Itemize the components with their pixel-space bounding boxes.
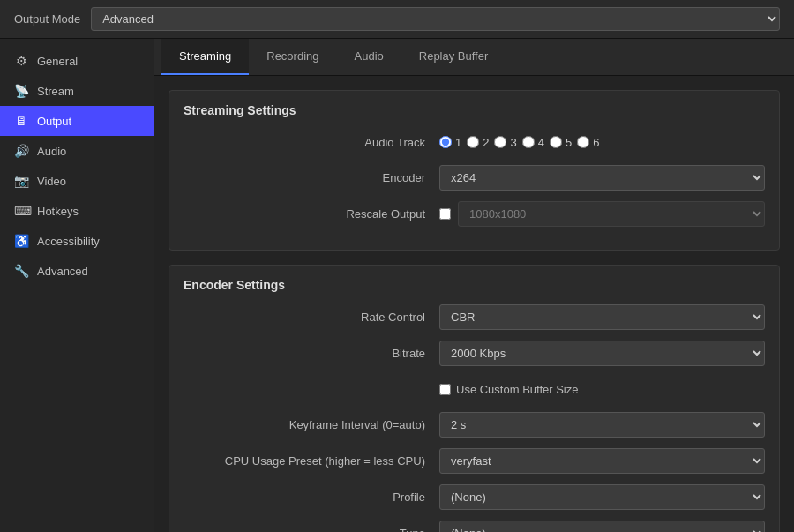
audio-track-1[interactable]: 1: [439, 136, 461, 149]
bitrate-label: Bitrate: [184, 347, 439, 360]
streaming-settings-title: Streaming Settings: [184, 103, 765, 117]
audio-track-6[interactable]: 6: [577, 136, 599, 149]
rate-control-label: Rate Control: [184, 311, 439, 324]
rescale-output-select[interactable]: 1080x1080 1920x1080 1280x720: [458, 201, 765, 227]
encoder-settings-section: Encoder Settings Rate Control CBR VBR AB…: [169, 265, 780, 532]
sidebar-label-stream: Stream: [37, 85, 74, 98]
keyframe-label: Keyframe Interval (0=auto): [184, 418, 439, 431]
profile-select[interactable]: (None) baseline main high: [439, 484, 765, 510]
encoder-control: x264 NVENC H.264 QuickSync H.264: [439, 165, 765, 191]
sidebar-item-hotkeys[interactable]: ⌨ Hotkeys: [0, 196, 154, 226]
encoder-label: Encoder: [184, 171, 439, 184]
tab-audio[interactable]: Audio: [337, 39, 401, 75]
sidebar-label-general: General: [37, 55, 78, 68]
rate-control-row: Rate Control CBR VBR ABR CRF CQP: [184, 304, 765, 330]
keyframe-select[interactable]: 0 1 s 2 s 3 s 4 s 5 s: [439, 412, 765, 438]
tune-row: Tune (None) film animation grain stillim…: [184, 521, 765, 532]
cpu-preset-label: CPU Usage Preset (higher = less CPU): [184, 454, 439, 468]
custom-buffer-checkbox-label[interactable]: Use Custom Buffer Size: [439, 383, 765, 396]
audio-track-label: Audio Track: [184, 136, 439, 149]
streaming-settings-section: Streaming Settings Audio Track 1 2 3: [169, 90, 780, 251]
custom-buffer-checkbox[interactable]: [439, 384, 451, 395]
keyframe-control: 0 1 s 2 s 3 s 4 s 5 s: [439, 412, 765, 438]
audio-track-controls: 1 2 3 4 5: [439, 136, 765, 149]
audio-track-5[interactable]: 5: [550, 136, 572, 149]
sidebar-label-hotkeys: Hotkeys: [37, 205, 79, 218]
rate-control-control: CBR VBR ABR CRF CQP: [439, 304, 765, 330]
audio-icon: 🔊: [14, 144, 28, 158]
audio-track-row: Audio Track 1 2 3 4: [184, 130, 765, 154]
wrench-icon: 🔧: [14, 264, 28, 278]
tune-control: (None) film animation grain stillimage f…: [439, 521, 765, 532]
sidebar-item-output[interactable]: 🖥 Output: [0, 106, 154, 136]
top-bar: Output Mode Advanced Simple: [0, 0, 794, 39]
sidebar-item-general[interactable]: ⚙ General: [0, 46, 154, 76]
tab-replay-buffer[interactable]: Replay Buffer: [401, 39, 506, 75]
tab-recording[interactable]: Recording: [249, 39, 336, 75]
encoder-select[interactable]: x264 NVENC H.264 QuickSync H.264: [439, 165, 765, 191]
audio-track-2[interactable]: 2: [467, 136, 489, 149]
sidebar-label-advanced: Advanced: [37, 265, 88, 278]
sidebar-label-video: Video: [37, 175, 66, 188]
rescale-output-checkbox[interactable]: [439, 208, 451, 220]
profile-label: Profile: [184, 491, 439, 504]
encoder-settings-title: Encoder Settings: [184, 278, 765, 292]
custom-buffer-row: Use Custom Buffer Size: [184, 377, 765, 401]
profile-control: (None) baseline main high: [439, 484, 765, 510]
video-icon: 📷: [14, 174, 28, 188]
sidebar-label-accessibility: Accessibility: [37, 235, 100, 248]
sidebar-label-audio: Audio: [37, 145, 66, 158]
rescale-output-label: Rescale Output: [184, 207, 439, 221]
output-mode-label: Output Mode: [14, 12, 80, 26]
custom-buffer-text: Use Custom Buffer Size: [456, 383, 578, 396]
sidebar-item-audio[interactable]: 🔊 Audio: [0, 136, 154, 166]
sidebar-item-advanced[interactable]: 🔧 Advanced: [0, 256, 154, 286]
profile-row: Profile (None) baseline main high: [184, 484, 765, 510]
output-mode-select[interactable]: Advanced Simple: [91, 7, 780, 31]
settings-panel: Streaming Settings Audio Track 1 2 3: [154, 76, 794, 532]
tab-bar: Streaming Recording Audio Replay Buffer: [154, 39, 794, 76]
rescale-output-row: Rescale Output 1080x1080 1920x1080 1280x…: [184, 201, 765, 227]
bitrate-row: Bitrate 1000 Kbps 2000 Kbps 3000 Kbps 40…: [184, 341, 765, 366]
tune-select[interactable]: (None) film animation grain stillimage f…: [439, 521, 765, 532]
tab-streaming[interactable]: Streaming: [161, 39, 249, 75]
content-area: Streaming Recording Audio Replay Buffer …: [154, 39, 794, 532]
encoder-row: Encoder x264 NVENC H.264 QuickSync H.264: [184, 165, 765, 191]
cpu-preset-select[interactable]: ultrafast superfast veryfast faster fast…: [439, 448, 765, 474]
audio-track-4[interactable]: 4: [522, 136, 544, 149]
sidebar-item-accessibility[interactable]: ♿ Accessibility: [0, 226, 154, 256]
audio-track-3[interactable]: 3: [494, 136, 516, 149]
rate-control-select[interactable]: CBR VBR ABR CRF CQP: [439, 304, 765, 330]
cpu-preset-control: ultrafast superfast veryfast faster fast…: [439, 448, 765, 474]
main-layout: ⚙ General 📡 Stream 🖥 Output 🔊 Audio 📷 Vi…: [0, 39, 794, 532]
rescale-output-control: 1080x1080 1920x1080 1280x720: [439, 201, 765, 227]
sidebar-item-stream[interactable]: 📡 Stream: [0, 76, 154, 106]
gear-icon: ⚙: [14, 54, 28, 68]
cpu-preset-row: CPU Usage Preset (higher = less CPU) ult…: [184, 448, 765, 474]
sidebar-item-video[interactable]: 📷 Video: [0, 166, 154, 196]
keyframe-row: Keyframe Interval (0=auto) 0 1 s 2 s 3 s…: [184, 412, 765, 438]
accessibility-icon: ♿: [14, 234, 28, 248]
hotkeys-icon: ⌨: [14, 204, 28, 218]
sidebar-label-output: Output: [37, 115, 71, 128]
bitrate-control: 1000 Kbps 2000 Kbps 3000 Kbps 4000 Kbps …: [439, 341, 765, 366]
tune-label: Tune: [184, 527, 439, 532]
bitrate-select[interactable]: 1000 Kbps 2000 Kbps 3000 Kbps 4000 Kbps …: [439, 341, 765, 366]
custom-buffer-control: Use Custom Buffer Size: [439, 383, 765, 396]
sidebar: ⚙ General 📡 Stream 🖥 Output 🔊 Audio 📷 Vi…: [0, 39, 154, 532]
monitor-icon: 🖥: [14, 114, 28, 128]
stream-icon: 📡: [14, 84, 28, 98]
